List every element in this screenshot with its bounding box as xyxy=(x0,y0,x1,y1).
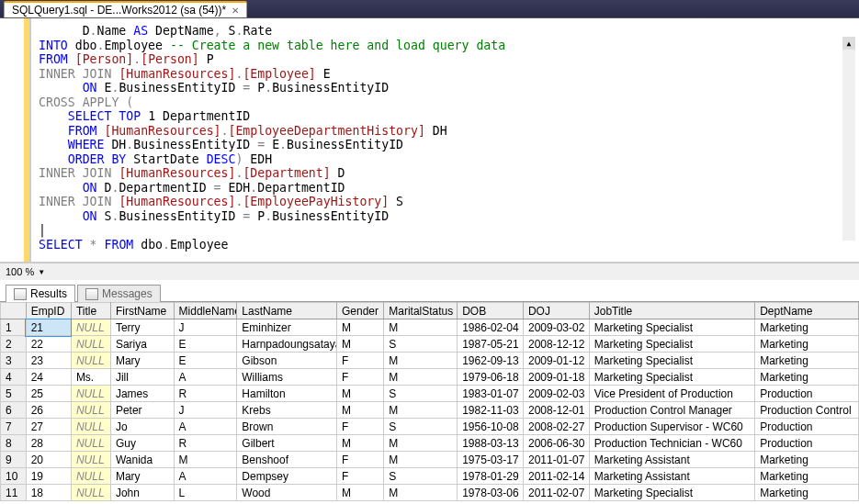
cell[interactable]: Krebs xyxy=(237,402,337,419)
cell[interactable]: Harnpadoungsataya xyxy=(237,336,337,353)
cell[interactable]: NULL xyxy=(71,468,110,485)
cell[interactable]: Peter xyxy=(110,402,174,419)
cell[interactable]: Marketing xyxy=(755,319,859,336)
cell[interactable]: A xyxy=(174,369,237,386)
cell[interactable]: 1983-01-07 xyxy=(458,386,524,402)
cell[interactable]: Marketing xyxy=(755,353,859,369)
cell[interactable]: M xyxy=(336,485,383,501)
cell[interactable]: M xyxy=(384,435,458,452)
cell[interactable]: Brown xyxy=(237,419,337,435)
cell[interactable]: 2011-01-07 xyxy=(523,452,589,468)
cell[interactable]: R xyxy=(174,386,237,402)
cell[interactable]: Sariya xyxy=(110,336,174,353)
cell[interactable]: 2011-02-14 xyxy=(523,468,589,485)
cell[interactable]: Marketing Specialist xyxy=(589,353,754,369)
cell[interactable]: F xyxy=(336,452,383,468)
cell[interactable]: Marketing Assistant xyxy=(589,452,754,468)
cell[interactable]: 28 xyxy=(26,435,71,452)
cell[interactable]: 2009-01-12 xyxy=(523,353,589,369)
cell[interactable]: 18 xyxy=(26,485,71,501)
cell[interactable]: Vice President of Production xyxy=(589,386,754,402)
results-grid-container[interactable]: EmpIDTitleFirstNameMiddleNameLastNameGen… xyxy=(0,302,859,504)
row-number-cell[interactable]: 8 xyxy=(1,435,27,452)
cell[interactable]: Marketing xyxy=(755,369,859,386)
column-header[interactable]: DOB xyxy=(458,303,524,319)
row-number-cell[interactable]: 2 xyxy=(1,336,27,353)
cell[interactable]: 1962-09-13 xyxy=(458,353,524,369)
cell[interactable]: M xyxy=(384,485,458,501)
row-number-cell[interactable]: 11 xyxy=(1,485,27,501)
cell[interactable]: NULL xyxy=(71,353,110,369)
cell[interactable]: Williams xyxy=(237,369,337,386)
cell[interactable]: 2009-02-03 xyxy=(523,386,589,402)
column-header[interactable]: JobTitle xyxy=(589,303,754,319)
zoom-level[interactable]: 100 % xyxy=(6,266,34,277)
cell[interactable]: M xyxy=(336,336,383,353)
column-header[interactable]: Gender xyxy=(336,303,383,319)
column-header[interactable]: Title xyxy=(71,303,110,319)
scroll-up-icon[interactable]: ▲ xyxy=(842,37,855,50)
cell[interactable]: A xyxy=(174,419,237,435)
cell[interactable]: M xyxy=(384,402,458,419)
column-header[interactable]: DeptName xyxy=(755,303,859,319)
cell[interactable]: S xyxy=(384,468,458,485)
cell[interactable]: M xyxy=(174,452,237,468)
cell[interactable]: NULL xyxy=(71,419,110,435)
cell[interactable]: Jo xyxy=(110,419,174,435)
cell[interactable]: Marketing Specialist xyxy=(589,319,754,336)
cell[interactable]: James xyxy=(110,386,174,402)
cell[interactable]: Benshoof xyxy=(237,452,337,468)
cell[interactable]: Gilbert xyxy=(237,435,337,452)
tab-messages[interactable]: Messages xyxy=(77,285,161,302)
cell[interactable]: NULL xyxy=(71,319,110,336)
cell[interactable]: Eminhizer xyxy=(237,319,337,336)
cell[interactable]: Wood xyxy=(237,485,337,501)
column-header[interactable]: MiddleName xyxy=(174,303,237,319)
row-number-cell[interactable]: 6 xyxy=(1,402,27,419)
cell[interactable]: F xyxy=(336,369,383,386)
cell[interactable]: 1987-05-21 xyxy=(458,336,524,353)
cell[interactable]: E xyxy=(174,336,237,353)
cell[interactable]: 1986-02-04 xyxy=(458,319,524,336)
cell[interactable]: 2011-02-07 xyxy=(523,485,589,501)
cell[interactable]: Marketing Assistant xyxy=(589,468,754,485)
cell[interactable]: John xyxy=(110,485,174,501)
cell[interactable]: J xyxy=(174,319,237,336)
cell[interactable]: Production xyxy=(755,419,859,435)
cell[interactable]: 20 xyxy=(26,452,71,468)
cell[interactable]: Mary xyxy=(110,353,174,369)
row-number-cell[interactable]: 3 xyxy=(1,353,27,369)
cell[interactable]: Marketing xyxy=(755,452,859,468)
cell[interactable]: 1975-03-17 xyxy=(458,452,524,468)
cell[interactable]: Guy xyxy=(110,435,174,452)
tab-results[interactable]: Results xyxy=(6,285,75,302)
close-icon[interactable]: ✕ xyxy=(232,6,239,16)
cell[interactable]: Marketing xyxy=(755,336,859,353)
cell[interactable]: S xyxy=(384,336,458,353)
cell[interactable]: Production Control Manager xyxy=(589,402,754,419)
cell[interactable]: NULL xyxy=(71,336,110,353)
cell[interactable]: Dempsey xyxy=(237,468,337,485)
cell[interactable]: NULL xyxy=(71,452,110,468)
column-header[interactable]: FirstName xyxy=(110,303,174,319)
cell[interactable]: F xyxy=(336,468,383,485)
cell[interactable]: Marketing Specialist xyxy=(589,485,754,501)
cell[interactable]: 2008-12-01 xyxy=(523,402,589,419)
cell[interactable]: Hamilton xyxy=(237,386,337,402)
cell[interactable]: S xyxy=(384,419,458,435)
cell[interactable]: Terry xyxy=(110,319,174,336)
cell[interactable]: Mary xyxy=(110,468,174,485)
cell[interactable]: 25 xyxy=(26,386,71,402)
cell[interactable]: M xyxy=(384,319,458,336)
document-tab[interactable]: SQLQuery1.sql - DE...Works2012 (sa (54))… xyxy=(4,1,247,17)
sql-editor[interactable]: D.Name AS DeptName, S.Rate INTO dbo.Empl… xyxy=(31,18,859,262)
cell[interactable]: E xyxy=(174,353,237,369)
cell[interactable]: Gibson xyxy=(237,353,337,369)
cell[interactable]: Production Technician - WC60 xyxy=(589,435,754,452)
cell[interactable]: Marketing xyxy=(755,468,859,485)
cell[interactable]: M xyxy=(384,369,458,386)
cell[interactable]: S xyxy=(384,386,458,402)
cell[interactable]: 1979-06-18 xyxy=(458,369,524,386)
cell[interactable]: 23 xyxy=(26,353,71,369)
cell[interactable]: Marketing xyxy=(755,485,859,501)
